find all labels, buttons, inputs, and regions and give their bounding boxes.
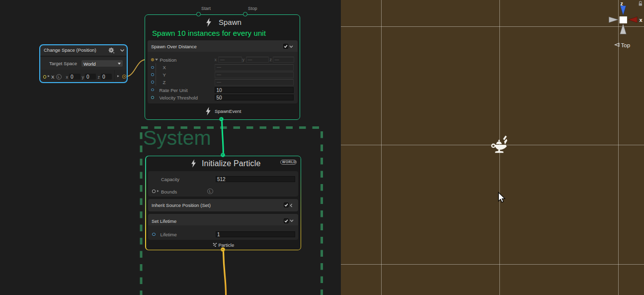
svg-text:x: x — [640, 17, 643, 23]
svg-text:Top: Top — [621, 42, 631, 48]
